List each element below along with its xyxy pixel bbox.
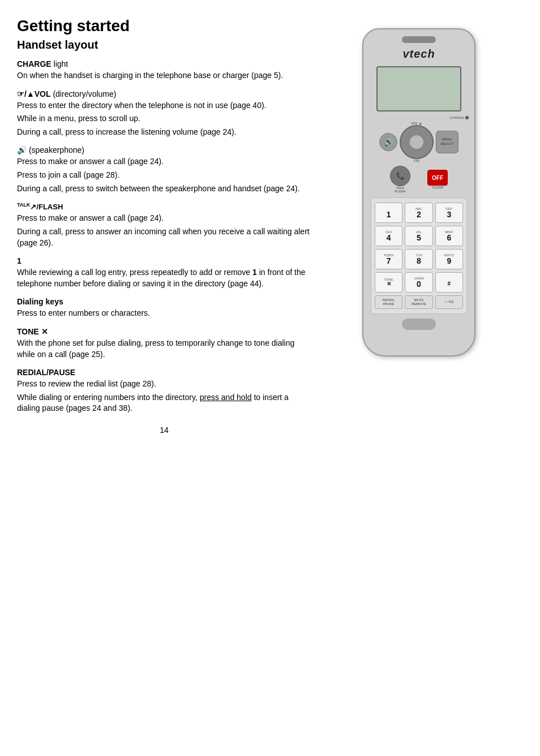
- off-button-group: OFF CLEAR: [427, 170, 448, 189]
- keypad-row-3: PQRS 7 TUV 8 WXYZ 9: [375, 249, 463, 269]
- key-1[interactable]: 1: [375, 203, 402, 223]
- redial-pause-button[interactable]: REDIALPAUSE: [375, 295, 402, 309]
- nav-center-button[interactable]: [410, 135, 423, 149]
- section-one: 1 While reviewing a call log entry, pres…: [17, 256, 311, 289]
- key-7[interactable]: PQRS 7: [375, 249, 402, 269]
- key-5[interactable]: JKL 5: [405, 226, 432, 246]
- key-star[interactable]: TONE ✕: [375, 272, 402, 293]
- mute-remove-button[interactable]: MUTEREMOVE: [405, 295, 432, 309]
- talk-button-group: 📞 TALKFLASH: [390, 166, 410, 193]
- keypad-row-1: 1 ABC 2 DEF 3: [375, 203, 463, 223]
- charge-dot: [465, 116, 469, 119]
- talk-off-row: 📞 TALKFLASH OFF CLEAR: [368, 166, 470, 193]
- section-speakerphone: 🔊 (speakerphone) Press to make or answer…: [17, 145, 311, 194]
- section-talk-flash: TALK↗/FLASH Press to make or answer a ca…: [17, 202, 311, 248]
- section-charge-p1: On when the handset is charging in the t…: [17, 70, 311, 81]
- section-charge-title: CHARGE light: [17, 59, 311, 68]
- section-one-title: 1: [17, 256, 311, 265]
- key-8[interactable]: TUV 8: [405, 249, 432, 269]
- charge-indicator-row: CHARGE: [363, 116, 474, 119]
- speaker-icon: 🔊: [17, 145, 27, 154]
- nav-circle[interactable]: [400, 125, 434, 159]
- phone-brand: vtech: [363, 48, 474, 61]
- section-redial-pause: REDIAL/PAUSE Press to review the redial …: [17, 368, 311, 414]
- key-6[interactable]: MNO 6: [435, 226, 463, 246]
- section-vol-p3: During a call, press to increase the lis…: [17, 127, 311, 138]
- section-vol-title: ☞/▲VOL (directory/volume): [17, 89, 311, 98]
- off-button-label: CLEAR: [432, 186, 443, 189]
- section-tone: TONE ✕ With the phone set for pulse dial…: [17, 327, 311, 360]
- cid-label: CID: [414, 159, 419, 162]
- page-subtitle: Handset layout: [17, 38, 311, 51]
- section-redial-pause-p2: While dialing or entering numbers into t…: [17, 392, 311, 414]
- key-4[interactable]: GHI 4: [375, 226, 402, 246]
- phone-container: vtech CHARGE 🔊 VOL ▲ CID: [354, 28, 484, 356]
- page-number: 14: [17, 426, 311, 435]
- section-redial-pause-p1: Press to review the redial list (page 28…: [17, 379, 311, 390]
- phone-diagram: vtech CHARGE 🔊 VOL ▲ CID: [323, 17, 515, 435]
- talk-button[interactable]: 📞: [390, 166, 410, 186]
- keypad: 1 ABC 2 DEF 3 GHI: [371, 197, 467, 314]
- page-title: Getting started: [17, 17, 311, 35]
- section-tone-title: TONE ✕: [17, 327, 311, 336]
- phone-bottom-port: [402, 319, 436, 330]
- section-vol: ☞/▲VOL (directory/volume) Press to enter…: [17, 89, 311, 138]
- section-dialing-keys: Dialing keys Press to enter numbers or c…: [17, 297, 311, 319]
- phone-speaker-grill: [402, 36, 436, 43]
- section-tone-p1: With the phone set for pulse dialing, pr…: [17, 338, 311, 360]
- section-talk-flash-title: TALK↗/FLASH: [17, 202, 311, 211]
- key-2[interactable]: ABC 2: [405, 203, 432, 223]
- section-one-p1: While reviewing a call log entry, press …: [17, 267, 311, 289]
- section-charge: CHARGE light On when the handset is char…: [17, 59, 311, 81]
- section-talk-flash-p2: During a call, press to answer an incomi…: [17, 226, 311, 248]
- section-vol-p1: Press to enter the directory when the te…: [17, 100, 311, 111]
- speakerphone-button[interactable]: 🔊: [379, 133, 397, 151]
- section-talk-flash-p1: Press to make or answer a call (page 24)…: [17, 213, 311, 224]
- eq-button[interactable]: ↑↓ EQ: [435, 295, 463, 309]
- key-3[interactable]: DEF 3: [435, 203, 463, 223]
- key-0[interactable]: OPER 0: [405, 272, 432, 293]
- keypad-row-2: GHI 4 JKL 5 MNO 6: [375, 226, 463, 246]
- menu-select-button[interactable]: MENUSELECT: [436, 131, 458, 153]
- phone-body: vtech CHARGE 🔊 VOL ▲ CID: [362, 28, 475, 356]
- key-hash[interactable]: #: [435, 272, 463, 293]
- section-speakerphone-p3: During a call, press to switch between t…: [17, 183, 311, 195]
- left-column: Getting started Handset layout CHARGE li…: [17, 17, 323, 435]
- section-redial-pause-title: REDIAL/PAUSE: [17, 368, 311, 377]
- talk-button-label: TALKFLASH: [395, 186, 405, 193]
- section-vol-p2: While in a menu, press to scroll up.: [17, 113, 311, 124]
- keypad-bottom-row: REDIALPAUSE MUTEREMOVE ↑↓ EQ: [375, 295, 463, 309]
- section-speakerphone-p1: Press to make or answer a call (page 24)…: [17, 156, 311, 167]
- off-button[interactable]: OFF: [427, 170, 448, 186]
- phone-controls-area: 🔊 VOL ▲ CID MENUSELECT: [368, 122, 470, 162]
- key-9[interactable]: WXYZ 9: [435, 249, 463, 269]
- nav-area: VOL ▲ CID: [400, 122, 434, 162]
- keypad-row-4: TONE ✕ OPER 0 #: [375, 272, 463, 293]
- charge-label: CHARGE: [449, 116, 464, 119]
- section-speakerphone-p2: Press to join a call (page 28).: [17, 170, 311, 181]
- section-dialing-keys-title: Dialing keys: [17, 297, 311, 306]
- section-speakerphone-title: 🔊 (speakerphone): [17, 145, 311, 154]
- section-dialing-keys-p1: Press to enter numbers or characters.: [17, 308, 311, 319]
- phone-screen: [376, 66, 461, 111]
